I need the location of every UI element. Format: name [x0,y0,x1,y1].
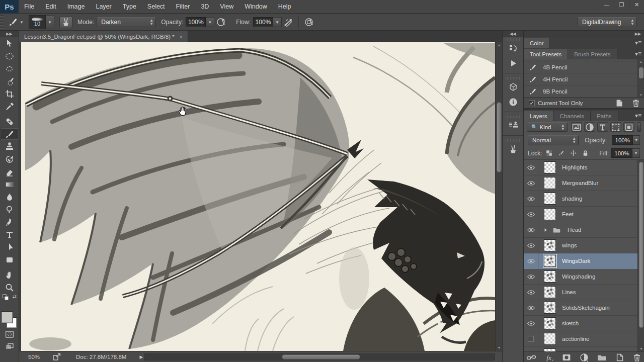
scroll-down-icon[interactable]: ▼ [638,346,644,351]
tablet-pressure-icon[interactable] [302,16,315,28]
layer-row-shading[interactable]: shading [524,191,644,207]
layer-thumbnail[interactable] [544,333,556,345]
panel-icon-info[interactable] [503,95,524,110]
tool-healing[interactable] [0,115,19,128]
tool-hand[interactable] [0,268,19,281]
tool-path-select[interactable] [0,241,19,253]
current-tool-only-checkbox[interactable]: ✓ [529,100,535,106]
layer-opacity-value[interactable]: 100% [612,135,633,145]
panel-icon-tool-presets-strip[interactable] [503,118,524,133]
visibility-toggle[interactable] [524,160,538,175]
minimize-button[interactable]: — [599,0,614,10]
visibility-toggle[interactable] [524,347,538,352]
tool-type[interactable] [0,228,19,241]
visibility-toggle[interactable] [524,207,538,222]
tool-zoom[interactable] [0,281,19,294]
tool-gradient[interactable] [0,178,19,191]
filter-shape-icon[interactable] [610,122,621,132]
status-menu-arrow-icon[interactable]: ▶ [139,354,143,359]
layer-row[interactable] [524,347,644,351]
document-tab[interactable]: Lesson3.5_DragonFeet.psd @ 50% (WingsDar… [19,31,188,42]
tool-blur[interactable] [0,191,19,203]
vertical-scroll-thumb[interactable] [497,102,502,172]
expand-group-icon[interactable] [542,227,549,233]
scroll-down-icon[interactable]: ▼ [638,93,644,98]
tool-brush[interactable] [0,128,19,140]
restore-button[interactable]: ❐ [614,0,629,10]
brush-tool-icon[interactable] [7,16,20,28]
workspace-switcher[interactable]: DigitalDrawing ▲▼ [578,17,637,27]
preset-item[interactable]: 4B Pencil [524,61,644,73]
layer-thumbnail[interactable] [544,286,556,298]
folder-icon[interactable] [597,352,607,362]
layer-blend-mode-dropdown[interactable]: Normal ▲▼ [528,135,579,145]
close-button[interactable]: ✕ [629,0,644,10]
new-preset-icon[interactable] [614,98,624,108]
tool-preset-arrow-icon[interactable]: ▼ [20,20,24,25]
tool-history-brush[interactable] [0,153,19,165]
layer-row-wings[interactable]: wings [524,238,644,253]
layer-row-wingshading[interactable]: Wingshading [524,269,644,285]
tab-layers[interactable]: Layers [524,111,554,121]
tab-channels[interactable]: Channels [554,111,591,121]
tablet-opacity-icon[interactable] [214,16,227,28]
menu-type[interactable]: Type [117,0,142,14]
horizontal-scrollbar[interactable] [144,353,495,360]
menu-filter[interactable]: Filter [171,0,196,14]
brush-preset-picker[interactable]: 10 [29,15,46,29]
share-icon[interactable] [52,352,62,362]
visibility-toggle[interactable] [524,222,538,238]
layers-scrollbar[interactable]: ▼ [637,160,644,351]
panel-icon-materials[interactable] [503,79,524,95]
expand-panels-button[interactable]: ◀◀ [503,31,523,37]
preset-item[interactable]: 4H Pencil [524,73,644,85]
menu-select[interactable]: Select [142,0,171,14]
layer-fill-arrow[interactable]: ▼ [632,148,640,158]
mask-icon[interactable] [561,352,572,362]
layer-thumbnail[interactable] [544,177,556,189]
layer-row-acctionline[interactable]: acctionline [524,331,644,347]
blend-mode-dropdown[interactable]: Darken ▲▼ [97,17,156,27]
menu-window[interactable]: Window [239,0,272,14]
adjustment-new-icon[interactable] [579,352,589,362]
lock-pixels-icon[interactable] [557,149,565,157]
visibility-toggle[interactable] [524,238,538,253]
panel-menu-icon[interactable]: ▾≡ [635,112,641,119]
scroll-up-icon[interactable]: ▲ [496,42,503,48]
trash-icon[interactable] [632,352,642,362]
layer-thumbnail[interactable] [544,317,556,329]
layer-thumbnail[interactable] [544,302,556,314]
layer-row-lines[interactable]: Lines [524,285,644,300]
layer-thumbnail[interactable] [544,208,556,220]
panel-icon-actions[interactable] [503,56,524,71]
presets-scrollbar[interactable]: ▲ ▼ [637,59,644,98]
menu-layer[interactable]: Layer [90,0,117,14]
layer-style-icon[interactable]: fx [544,352,554,362]
layer-thumbnail[interactable] [544,161,556,173]
panel-menu-icon[interactable]: ▾≡ [635,50,641,57]
quick-mask-button[interactable] [0,328,19,340]
filter-type-icon[interactable] [597,122,608,132]
tab-close-icon[interactable]: × [180,34,183,40]
layer-row-sketch[interactable]: sketch [524,316,644,331]
flow-value[interactable]: 100% [253,17,273,27]
lock-position-icon[interactable] [570,149,577,157]
visibility-toggle[interactable] [524,175,538,191]
tab-color[interactable]: Color [524,38,550,48]
toggle-brush-panel-button[interactable] [59,16,72,28]
tool-quick-select[interactable] [0,75,19,87]
layer-fill-value[interactable]: 100% [611,148,632,158]
brush-picker-arrow[interactable]: ▼ [46,15,54,29]
layer-opacity-arrow[interactable]: ▼ [633,135,640,145]
airbrush-icon[interactable] [282,16,295,28]
layer-thumbnail[interactable] [544,255,556,267]
visibility-toggle[interactable] [524,191,538,207]
scroll-up-icon[interactable]: ▲ [638,59,644,64]
preset-item[interactable]: 9B Pencil [524,85,644,98]
lock-all-icon[interactable] [582,149,589,157]
visibility-toggle[interactable] [524,316,538,331]
foreground-color-swatch[interactable] [2,312,13,323]
link-icon[interactable] [526,352,536,362]
opacity-arrow[interactable]: ▼ [206,17,214,27]
filter-image-icon[interactable] [571,122,582,132]
